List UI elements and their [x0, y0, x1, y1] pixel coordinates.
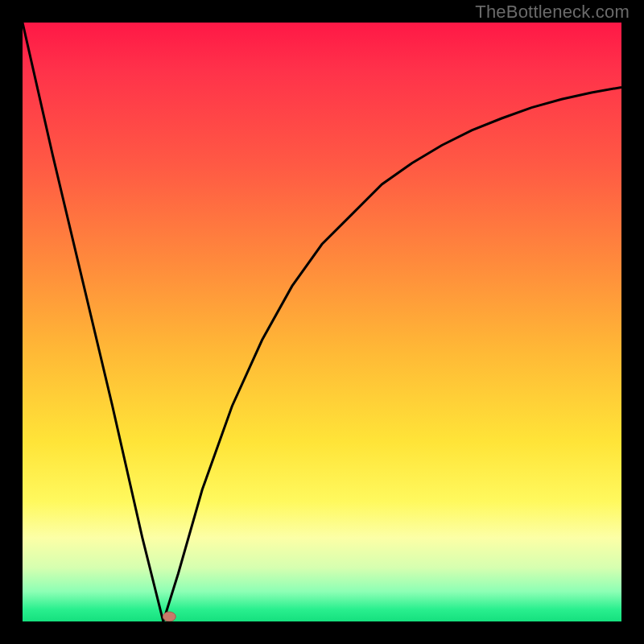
chart-frame: TheBottleneck.com [0, 0, 644, 644]
optimal-point-marker [163, 612, 175, 621]
bottleneck-curve [23, 23, 621, 621]
watermark-text: TheBottleneck.com [475, 2, 630, 23]
plot-area [23, 23, 621, 621]
chart-svg [23, 23, 621, 621]
